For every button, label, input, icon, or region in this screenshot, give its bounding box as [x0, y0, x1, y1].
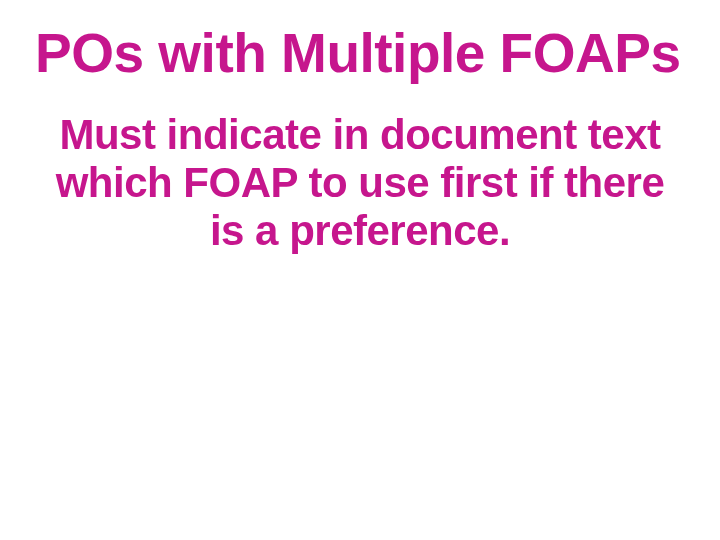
slide-title: POs with Multiple FOAPs — [35, 25, 685, 83]
slide-body-text: Must indicate in document text which FOA… — [35, 111, 685, 256]
